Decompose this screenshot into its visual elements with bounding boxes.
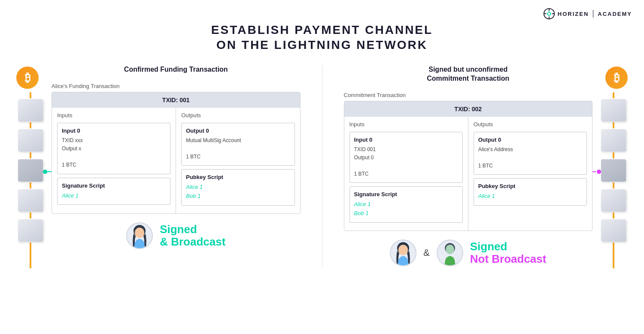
left-pubkey-bob: Bob 1 [186,192,290,201]
left-output0-title: Output 0 [186,128,290,134]
left-input0-box: Input 0 TXID xxx Output x 1 BTC [57,123,170,174]
right-pubkey-alice: Alice 1 [478,192,582,201]
left-signed-label: Signed & Broadcast [160,223,225,248]
left-sig-script-title: Signature Script [62,182,166,189]
left-sub-label: Alice's Funding Transaction [52,83,301,89]
svg-point-1 [547,12,550,15]
logo-academy-text: ACADEMY [598,11,632,17]
right-tx-box: TXID: 002 Inputs Input 0 TXID 001 Output… [344,101,593,231]
right-bottom-area: & Signed Not Broadcast [344,240,593,266]
right-output0-box: Output 0 Alice's Address 1 BTC [474,132,587,175]
logo: HORIZEN ACADEMY [543,8,632,20]
left-outputs-header: Outputs [181,112,295,118]
right-input0-title: Input 0 [354,137,458,143]
left-section-title: Confirmed Funding Transaction [52,65,301,74]
section-divider [322,65,322,266]
right-inputs-header: Inputs [349,121,463,128]
right-signed-label: Signed Not Broadcast [470,240,547,265]
right-outputs-header: Outputs [474,121,587,128]
right-input0-box: Input 0 TXID 001 Output 0 1 BTC [349,132,463,183]
alice-figure-right [392,241,415,265]
logo-icon [543,8,555,20]
left-input0-text: TXID xxx Output x 1 BTC [62,137,166,170]
right-section-title: Signed but unconfirmed Commitment Transa… [344,65,593,83]
left-pubkey-script-box: Pubkey Script Alice 1 Bob 1 [181,169,295,206]
left-output0-text: Mutual MultiSig Account 1 BTC [186,137,290,161]
btc-icon-right: ₿ [605,67,628,89]
left-pubkey-script-title: Pubkey Script [186,174,290,180]
and-symbol: & [423,247,430,258]
alice-avatar-right [390,240,416,266]
right-sig-script-box: Signature Script Alice 1 Bob 1 [349,186,463,223]
svg-point-9 [398,245,408,255]
left-outputs-col: Outputs Output 0 Mutual MultiSig Account… [176,108,300,213]
right-input0-text: TXID 001 Output 0 1 BTC [354,146,458,179]
right-sub-label: Commitment Transaction [344,92,593,98]
alice-figure [128,224,151,248]
right-pubkey-script-box: Pubkey Script Alice 1 [474,178,587,206]
bob-avatar [437,240,463,266]
left-sig-script-alice: Alice 1 [62,191,166,200]
right-inputs-col: Inputs Input 0 TXID 001 Output 0 1 BTC S… [344,117,468,231]
svg-point-11 [446,245,454,254]
left-inputs-col: Inputs Input 0 TXID xxx Output x 1 BTC S… [52,108,176,213]
page-title: ESTABLISH PAYMENT CHANNEL ON THE LIGHTNI… [0,22,644,52]
right-tx-header: TXID: 002 [344,101,592,117]
blockchain-right [601,92,626,268]
blockchain-left [18,92,43,268]
left-tx-header: TXID: 001 [52,92,300,108]
left-output0-box: Output 0 Mutual MultiSig Account 1 BTC [181,123,295,166]
svg-point-7 [135,228,144,238]
right-sig-script-title: Signature Script [354,191,458,197]
left-section: Confirmed Funding Transaction Alice's Fu… [52,65,301,266]
left-pubkey-alice: Alice 1 [186,183,290,192]
right-sig-alice: Alice 1 [354,200,458,209]
right-output0-title: Output 0 [478,137,582,143]
alice-avatar [126,222,153,249]
logo-brand-text: HORIZEN [558,11,589,17]
right-sig-bob: Bob 1 [354,209,458,218]
right-section: Signed but unconfirmed Commitment Transa… [344,65,593,266]
btc-icon-left: ₿ [16,67,39,89]
left-input0-title: Input 0 [62,128,166,134]
left-bottom-area: Signed & Broadcast [52,222,301,249]
content-wrapper: Confirmed Funding Transaction Alice's Fu… [52,65,592,266]
left-tx-box: TXID: 001 Inputs Input 0 TXID xxx Output… [52,92,301,214]
logo-divider [593,10,593,18]
left-sig-script-box: Signature Script Alice 1 [57,178,170,205]
bob-figure [438,241,462,265]
right-output0-text: Alice's Address 1 BTC [478,146,582,170]
right-outputs-col: Outputs Output 0 Alice's Address 1 BTC P… [468,117,592,231]
left-inputs-header: Inputs [57,112,170,118]
right-pubkey-script-title: Pubkey Script [478,183,582,189]
